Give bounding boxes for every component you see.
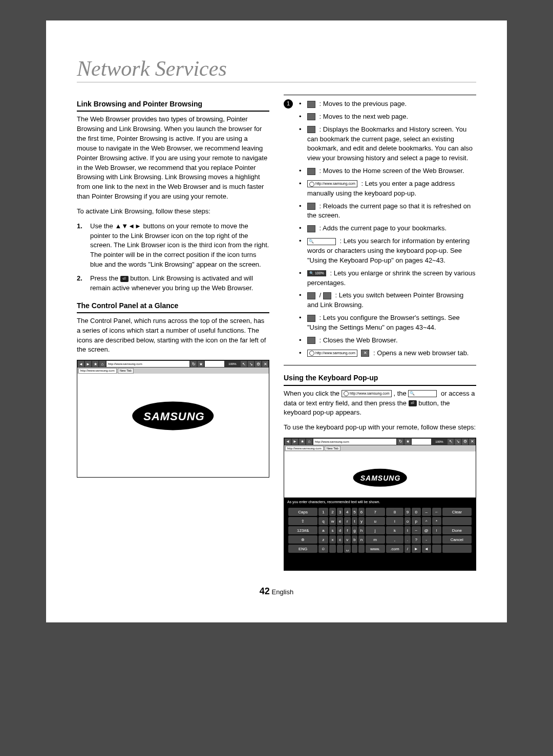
keyboard-key[interactable]: Caps bbox=[288, 508, 317, 516]
keyboard-key[interactable]: ⇧ bbox=[288, 517, 317, 525]
keyboard-key[interactable]: d bbox=[337, 526, 343, 534]
keyboard-key[interactable]: k bbox=[386, 526, 404, 534]
keyboard-key[interactable]: 4 bbox=[344, 508, 351, 516]
link-icon bbox=[323, 292, 331, 299]
keyboard-key[interactable]: ENG bbox=[288, 545, 317, 553]
toolbar-icon bbox=[307, 126, 315, 133]
keyboard-key[interactable]: b bbox=[352, 535, 358, 544]
keyboard-key[interactable]: ␣ bbox=[344, 545, 351, 553]
browser-tabs: http://www.samsung.com New Tab bbox=[284, 445, 476, 451]
home-icon: ⌂ bbox=[99, 360, 106, 368]
keyboard-key[interactable]: x bbox=[329, 535, 336, 544]
settings-icon: ⚙ bbox=[461, 438, 469, 445]
bookmark-icon: ★ bbox=[92, 360, 99, 368]
keyboard-key[interactable]: s bbox=[329, 526, 336, 534]
keyboard-key[interactable]: t bbox=[352, 517, 358, 525]
step-number: 2. bbox=[77, 274, 86, 293]
keyboard-key[interactable]: h bbox=[358, 526, 365, 534]
keyboard-key[interactable]: f bbox=[344, 526, 351, 534]
globe-icon bbox=[309, 351, 314, 356]
manual-page: Network Services Link Browsing and Point… bbox=[46, 20, 507, 622]
keyboard-key[interactable] bbox=[352, 545, 358, 553]
keyboard-key[interactable]: p bbox=[412, 517, 421, 525]
keyboard-key[interactable] bbox=[358, 545, 365, 553]
keyboard-key[interactable] bbox=[442, 545, 472, 553]
keyboard-key[interactable]: – bbox=[422, 508, 431, 516]
keyboard-key[interactable]: 9 bbox=[405, 508, 411, 516]
keyboard-key[interactable]: @ bbox=[422, 526, 431, 534]
keyboard-key[interactable] bbox=[432, 535, 441, 544]
zoom-icon: 🔍 100% bbox=[307, 270, 326, 276]
keyboard-key[interactable]: 0 bbox=[412, 508, 421, 516]
keyboard-key[interactable]: i bbox=[386, 517, 404, 525]
keyboard-key[interactable]: 5 bbox=[352, 508, 358, 516]
keyboard-key[interactable]: e bbox=[337, 517, 343, 525]
keyboard-key[interactable]: 2 bbox=[329, 508, 336, 516]
keyboard-key[interactable]: u bbox=[366, 517, 385, 525]
keyboard-key[interactable]: o bbox=[405, 517, 411, 525]
keyboard-key[interactable] bbox=[442, 517, 472, 525]
divider bbox=[284, 365, 476, 365]
keyboard-key[interactable]: Done bbox=[442, 526, 472, 534]
toolbar-icon bbox=[307, 168, 315, 175]
globe-icon bbox=[344, 391, 349, 396]
keyboard-key[interactable]: 123#& bbox=[288, 526, 317, 534]
keyboard-key[interactable]: ! bbox=[432, 526, 441, 534]
keyboard-key[interactable]: ~ bbox=[412, 526, 421, 534]
keyboard-key[interactable]: ◄ bbox=[422, 545, 431, 553]
keyboard-key[interactable] bbox=[337, 545, 343, 553]
keyboard-key[interactable]: m bbox=[366, 535, 385, 544]
keyboard-key[interactable]: - bbox=[422, 535, 431, 544]
star-icon: ★ bbox=[404, 438, 411, 445]
keyboard-key[interactable] bbox=[329, 545, 336, 553]
keyboard-key[interactable]: q bbox=[318, 517, 328, 525]
toolbar-icon bbox=[307, 225, 315, 232]
keyboard-key[interactable]: ^ bbox=[422, 517, 431, 525]
keyboard-key[interactable]: Clear bbox=[442, 508, 472, 516]
chapter-title: Network Services bbox=[77, 56, 476, 82]
keyboard-key[interactable]: n bbox=[358, 535, 365, 544]
url-box-icon: http://www.samsung.com bbox=[307, 180, 357, 187]
keyboard-key[interactable] bbox=[432, 545, 441, 553]
keyboard-key[interactable]: ← bbox=[432, 508, 441, 516]
keyboard-key[interactable]: * bbox=[432, 517, 441, 525]
keyboard-key[interactable]: 1 bbox=[318, 508, 328, 516]
keyboard-key[interactable]: g bbox=[352, 526, 358, 534]
keyboard-key[interactable]: / bbox=[405, 545, 411, 553]
keyboard-key[interactable]: 3 bbox=[337, 508, 343, 516]
subhead-keyboard: Using the Keyboard Pop-up bbox=[284, 373, 476, 385]
keyboard-key[interactable]: 8 bbox=[386, 508, 404, 516]
toolbar-item: : Moves to the Home screen of the Web Br… bbox=[299, 166, 476, 176]
keyboard-key[interactable]: 7 bbox=[366, 508, 385, 516]
keyboard-key[interactable]: .com bbox=[386, 545, 404, 553]
browser-toolbar: ◄ ► ★ ⌂ http://www.samsung.com ↻ ★ 100% … bbox=[77, 360, 269, 368]
keyboard-key[interactable]: y bbox=[358, 517, 365, 525]
keyboard-key[interactable]: l bbox=[405, 526, 411, 534]
enter-icon: ⏎ bbox=[409, 400, 417, 406]
step-1: 1. Use the ▲▼◄► buttons on your remote t… bbox=[77, 222, 269, 270]
search-box-icon: 🔍 bbox=[307, 238, 336, 245]
keyboard-key[interactable]: www. bbox=[366, 545, 385, 553]
keyboard-key[interactable]: v bbox=[344, 535, 351, 544]
keyboard-key[interactable]: a bbox=[318, 526, 328, 534]
keyboard-key[interactable]: Cancel bbox=[442, 535, 472, 544]
steps-list: 1. Use the ▲▼◄► buttons on your remote t… bbox=[77, 222, 269, 293]
keyboard-key[interactable]: z bbox=[318, 535, 328, 544]
keyboard-key[interactable]: 6 bbox=[358, 508, 365, 516]
toolbar-item: : Adds the current page to your bookmark… bbox=[299, 224, 476, 233]
keyboard-key[interactable]: . bbox=[405, 535, 411, 544]
toolbar-icon bbox=[307, 113, 315, 120]
keyboard-key[interactable]: ⊕ bbox=[288, 535, 317, 544]
toolbar-icon bbox=[307, 101, 315, 108]
page-lang: English bbox=[272, 588, 294, 596]
toolbar-icon bbox=[307, 337, 315, 344]
url-bar: http://www.samsung.com bbox=[313, 438, 397, 445]
keyboard-key[interactable]: w bbox=[329, 517, 336, 525]
keyboard-key[interactable]: , bbox=[386, 535, 404, 544]
keyboard-key[interactable]: c bbox=[337, 535, 343, 544]
keyboard-key[interactable]: ? bbox=[412, 535, 421, 544]
keyboard-key[interactable]: j bbox=[366, 526, 385, 534]
keyboard-key[interactable]: ► bbox=[412, 545, 421, 553]
keyboard-key[interactable]: ☺ bbox=[318, 545, 328, 553]
keyboard-key[interactable]: r bbox=[344, 517, 351, 525]
